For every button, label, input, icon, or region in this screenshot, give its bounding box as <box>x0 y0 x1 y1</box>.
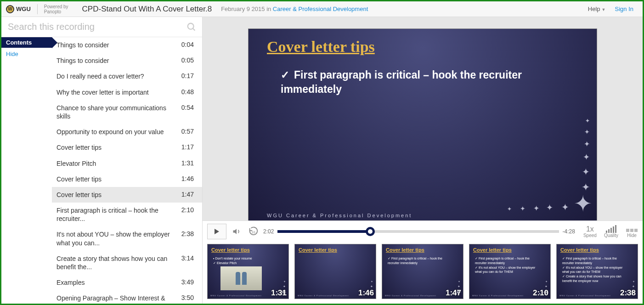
thumb-time: 1:46 <box>358 288 374 298</box>
thumb-title: Cover letter tips <box>473 247 512 253</box>
toc-item[interactable]: First paragraph is critical – hook the r… <box>52 203 202 226</box>
progress-knob[interactable] <box>366 227 375 236</box>
volume-button[interactable] <box>230 225 243 238</box>
toc-item[interactable]: It's not about YOU – show the employer w… <box>52 226 202 250</box>
star-icon: ✦ <box>584 128 590 136</box>
star-icon: ✦ <box>585 118 590 124</box>
toc-item-label: Opening Paragraph – Show Interest & Enth… <box>56 294 181 304</box>
tab-contents[interactable]: Contents <box>1 37 52 48</box>
toc-item[interactable]: Chance to share your communications skil… <box>52 100 202 124</box>
toc-item[interactable]: Cover letter tips1:17 <box>52 140 202 155</box>
thumb-bullets: • Don't restate your resume ✓ Elevator P… <box>213 256 277 265</box>
toc-item-time: 1:46 <box>181 175 194 183</box>
toc-item[interactable]: Cover letter tips1:47 <box>52 187 202 203</box>
recording-title: CPD-Stand Out With A Cover Letter.8 <box>82 5 212 14</box>
toc-item[interactable]: Opening Paragraph – Show Interest & Enth… <box>52 290 202 304</box>
remaining-time: -4:28 <box>563 228 575 235</box>
star-icon: ✦ <box>507 206 512 213</box>
toc-item-label: First paragraph is critical – hook the r… <box>56 206 181 223</box>
thumb-title: Cover letter tips <box>299 247 337 253</box>
brand-text: WGU <box>16 6 31 12</box>
rewind-10-button[interactable]: 10 <box>247 225 260 238</box>
checkmark-icon: ✓ <box>281 69 289 81</box>
svg-marker-2 <box>215 229 219 234</box>
thumbnail[interactable]: Cover letter tips✓ First paragraph is cr… <box>469 244 551 299</box>
slide-bullet: ✓First paragraph is critical – hook the … <box>281 68 542 96</box>
thumbnail[interactable]: Cover letter tips✓ First paragraph is cr… <box>556 244 638 299</box>
thumbnail-strip[interactable]: Cover letter tips• Don't restate your re… <box>203 239 643 304</box>
toc-item-label: Cover letter tips <box>56 191 181 199</box>
toc-item-time: 0:54 <box>181 104 194 120</box>
star-icon: ✦ <box>546 203 553 213</box>
star-icon: ✦ <box>561 202 569 213</box>
thumb-time: 2:38 <box>620 288 636 298</box>
toc-item-time: 2:38 <box>181 230 194 247</box>
slide-title: Cover letter tips <box>267 38 375 56</box>
hide-thumbnails-button[interactable]: Hide <box>626 228 638 238</box>
progress-bar[interactable] <box>277 230 559 233</box>
toc-item-label: Do I really need a cover letter? <box>56 72 181 80</box>
thumb-title: Cover letter tips <box>211 247 250 253</box>
toc-item-label: Cover letter tips <box>56 143 181 152</box>
toc-item[interactable]: Things to consider0:04 <box>52 37 202 53</box>
toc-item-label: Create a story that shows how you can be… <box>56 254 181 271</box>
toc-item-label: Things to consider <box>56 41 181 49</box>
recording-meta: February 9 2015 in Career & Professional… <box>221 6 368 12</box>
quality-control[interactable]: Quality <box>604 225 618 238</box>
brand-logo-icon: W <box>6 5 14 13</box>
toc-item-time: 3:49 <box>181 278 194 287</box>
toc-item[interactable]: Examples3:49 <box>52 275 202 290</box>
svg-line-1 <box>193 28 195 30</box>
toc-item[interactable]: Things to consider0:05 <box>52 53 202 68</box>
slide-main: Cover letter tips ✓First paragraph is cr… <box>248 28 597 220</box>
toc-item-label: Why the cover letter is important <box>56 88 181 96</box>
sign-in-link[interactable]: Sign In <box>615 6 633 12</box>
thumbnail[interactable]: Cover letter tips✓ First paragraph is cr… <box>382 244 463 299</box>
toc-item[interactable]: Elevator Pitch1:31 <box>52 156 202 171</box>
toc-item[interactable]: Why the cover letter is important0:48 <box>52 85 202 100</box>
folder-link[interactable]: Career & Professional Development <box>273 6 368 12</box>
thumbnail[interactable]: Cover letter tips• Don't restate your re… <box>207 244 289 299</box>
elevator-image <box>220 266 262 290</box>
toc-item[interactable]: Cover letter tips1:46 <box>52 171 202 187</box>
toc-item-label: Things to consider <box>56 56 181 65</box>
right-panel: Cover letter tips ✓First paragraph is cr… <box>203 17 643 304</box>
thumbnail[interactable]: Cover letter tipsWGU Career & Profession… <box>294 244 376 299</box>
toc-item[interactable]: Do I really need a cover letter?0:17 <box>52 68 202 84</box>
star-icon: ✦ <box>533 204 539 213</box>
hide-panel-link[interactable]: Hide <box>1 48 52 60</box>
play-button[interactable] <box>207 224 226 239</box>
brand-logo[interactable]: W WGU <box>6 5 31 13</box>
thumb-time: 1:47 <box>446 288 461 298</box>
top-bar: W WGU Powered by Panopto CPD-Stand Out W… <box>1 1 643 17</box>
toc-item-time: 3:14 <box>181 254 194 271</box>
toc-list[interactable]: Things to consider0:04Things to consider… <box>52 37 202 304</box>
toc-item-time: 0:48 <box>181 88 194 96</box>
thumb-time: 2:10 <box>533 288 548 298</box>
left-panel: Contents Hide Things to consider0:04Thin… <box>1 17 203 304</box>
play-icon <box>213 228 220 235</box>
toc-item[interactable]: Opportunity to expound on your value0:57 <box>52 124 202 140</box>
slide-footer: WGU Career & Professional Development <box>267 213 412 218</box>
star-icon: ✦ <box>520 205 525 213</box>
caret-down-icon: ▼ <box>602 7 606 12</box>
thumb-bullets: ✓ First paragraph is critical – hook the… <box>388 256 452 265</box>
search-input[interactable] <box>1 17 202 37</box>
toc-item-time: 1:31 <box>181 159 194 168</box>
search-icon[interactable] <box>186 22 197 32</box>
toc-item-time: 0:05 <box>181 56 194 65</box>
thumb-bullets: ✓ First paragraph is critical – hook the… <box>475 256 539 274</box>
toc-item-label: Examples <box>56 278 181 287</box>
toc-item-time: 1:47 <box>181 191 194 199</box>
star-icon: ✦ <box>583 152 590 162</box>
thumb-title: Cover letter tips <box>560 247 599 253</box>
powered-by: Powered by Panopto <box>37 4 68 14</box>
toc-item[interactable]: Create a story that shows how you can be… <box>52 251 202 275</box>
toc-item-time: 0:04 <box>181 41 194 49</box>
toc-item-time: 0:57 <box>181 128 194 136</box>
help-menu[interactable]: Help▼ <box>588 6 606 12</box>
rewind-icon: 10 <box>248 226 258 237</box>
toc-item-label: Cover letter tips <box>56 175 181 183</box>
speed-control[interactable]: 1x Speed <box>583 225 597 238</box>
player-controls: 10 2:02 -4:28 1x Speed Quality <box>203 220 643 239</box>
